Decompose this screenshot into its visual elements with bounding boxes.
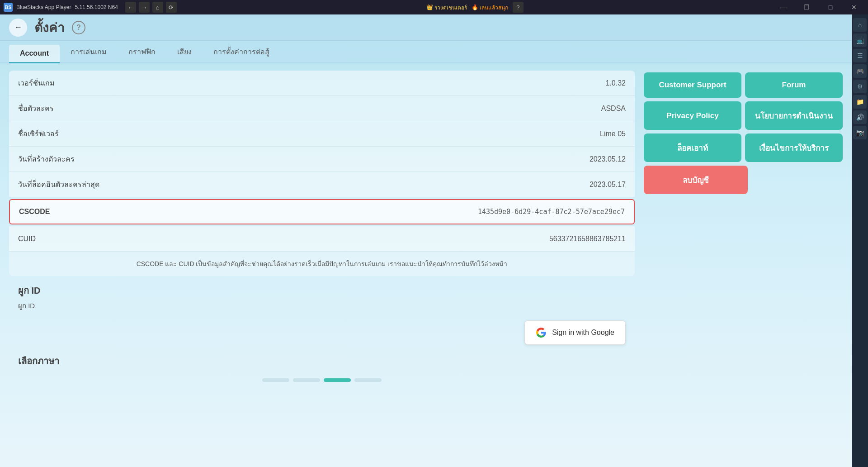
terms-of-service-button[interactable]: เงื่อนไขการให้บริการ <box>745 133 843 162</box>
row-char-name: ชื่อตัวละคร ASDSA <box>9 96 635 121</box>
link-section: ผูก ID ผูก ID Sign in with Google <box>9 276 635 348</box>
fire-icon: 🔥 <box>472 4 478 10</box>
maximize-btn[interactable]: □ <box>820 0 841 14</box>
customer-support-button[interactable]: Customer Support <box>644 72 741 98</box>
row-cscode: CSCODE 1435d9e0-6d29-4caf-87c2-57e7ace29… <box>9 199 635 224</box>
value-game-version: 1.0.32 <box>606 79 626 87</box>
sidebar-icon-folder[interactable]: 📁 <box>853 95 867 109</box>
top-nav: ← ตั้งค่า ? <box>0 14 852 41</box>
nav-controls: ← → ⌂ ⟳ <box>125 2 177 13</box>
tab-advanced[interactable]: การตั้งค่าการต่อสู้ <box>203 42 280 63</box>
btn-row-1: Customer Support Forum <box>644 72 843 98</box>
label-game-version: เวอร์ชั่นเกม <box>18 77 55 89</box>
business-policy-button[interactable]: นโยบายการดำเนินงาน <box>745 101 843 130</box>
button-panel: Customer Support Forum Privacy Policy นโ… <box>644 71 843 411</box>
label-server-name: ชื่อเซิร์ฟเวอร์ <box>18 128 59 139</box>
info-panel: เวอร์ชั่นเกม 1.0.32 ชื่อตัวละคร ASDSA ชื… <box>9 71 635 411</box>
crown-icon: 👑 <box>426 4 433 10</box>
nav-home-btn[interactable]: ⌂ <box>152 2 163 13</box>
delete-account-button[interactable]: ลบบัญชี <box>644 166 748 194</box>
btn-row-2: Privacy Policy นโยบายการดำเนินงาน <box>644 101 843 130</box>
close-btn[interactable]: ✕ <box>844 0 864 14</box>
row-last-login: วันที่ล็อคอินตัวละครล่าสุด 2023.05.17 <box>9 172 635 197</box>
row-cuid: CUID 5633721658863785211 <box>9 226 635 252</box>
value-cscode: 1435d9e0-6d29-4caf-87c2-57e7ace29ec7 <box>478 208 625 216</box>
window-controls: — ❐ □ ✕ <box>773 0 864 14</box>
tab-account[interactable]: Account <box>9 45 60 63</box>
app-logo: BS <box>4 3 13 12</box>
value-server-name: Lime 05 <box>600 130 626 138</box>
app-version: 5.11.56.1002 N64 <box>75 4 118 10</box>
google-signin-button[interactable]: Sign in with Google <box>524 320 626 345</box>
page-title: ตั้งค่า <box>34 18 65 38</box>
help-button[interactable]: ? <box>72 21 85 34</box>
tab-gameplay[interactable]: การเล่นเกม <box>60 42 118 63</box>
back-button[interactable]: ← <box>9 19 27 37</box>
nav-back-btn[interactable]: ← <box>125 2 136 13</box>
badge-orange: 🔥 เล่นแล้วสนุก <box>472 3 508 12</box>
btn-row-3: ล็อคเอาท์ เงื่อนไขการให้บริการ <box>644 133 843 162</box>
sidebar-icon-camera[interactable]: 📷 <box>853 126 867 139</box>
logout-button[interactable]: ล็อคเอาท์ <box>644 133 741 162</box>
google-signin-text: Sign in with Google <box>552 329 614 337</box>
title-bar-left: BS BlueStacks App Player 5.11.56.1002 N6… <box>4 2 177 13</box>
label-char-name: ชื่อตัวละคร <box>18 103 54 114</box>
tab-graphics[interactable]: กราฟฟิก <box>118 42 166 63</box>
nav-forward-btn[interactable]: → <box>139 2 150 13</box>
sidebar-icon-settings[interactable]: ⚙ <box>853 80 867 93</box>
tab-navigation: Account การเล่นเกม กราฟฟิก เสียง การตั้ง… <box>0 41 852 63</box>
google-logo-icon <box>536 327 547 338</box>
badge-gold: 👑 รวงดเชนเตอร์ <box>426 3 467 12</box>
page-dots <box>9 375 635 386</box>
value-last-login: 2023.05.17 <box>590 181 626 189</box>
page-dot-1 <box>262 378 289 382</box>
help-icon-btn[interactable]: ? <box>513 2 524 13</box>
sidebar-icon-display[interactable]: 📺 <box>853 33 867 47</box>
btn-row-4: ลบบัญชี <box>644 166 843 194</box>
restore-btn[interactable]: ❐ <box>797 0 817 14</box>
page-dot-4 <box>354 378 382 382</box>
sidebar-icon-sound[interactable]: 🔊 <box>853 110 867 124</box>
value-char-name: ASDSA <box>601 105 626 113</box>
page-dot-2 <box>293 378 320 382</box>
label-create-date: วันที่สร้างตัวละคร <box>18 153 75 165</box>
right-sidebar: ⌂ 📺 ☰ 🎮 ⚙ 📁 🔊 📷 <box>852 14 868 467</box>
sidebar-icon-gamepad[interactable]: 🎮 <box>853 64 867 78</box>
link-subtitle: ผูก ID <box>18 300 626 311</box>
row-server-name: ชื่อเซิร์ฟเวอร์ Lime 05 <box>9 121 635 147</box>
label-last-login: วันที่ล็อคอินตัวละครล่าสุด <box>18 179 99 190</box>
label-cscode: CSCODE <box>19 208 50 216</box>
info-note: CSCODE และ CUID เป็นข้อมูลสำคัญที่จะช่วย… <box>9 252 635 276</box>
forum-button[interactable]: Forum <box>745 72 843 98</box>
language-section-title: เลือกภาษา <box>18 354 626 368</box>
scrollable-content: เวอร์ชั่นเกม 1.0.32 ชื่อตัวละคร ASDSA ชื… <box>0 63 852 467</box>
sidebar-icon-home[interactable]: ⌂ <box>853 18 867 32</box>
title-bar-badges: 👑 รวงดเชนเตอร์ 🔥 เล่นแล้วสนุก ? <box>426 2 524 13</box>
title-bar: BS BlueStacks App Player 5.11.56.1002 N6… <box>0 0 868 14</box>
row-create-date: วันที่สร้างตัวละคร 2023.05.12 <box>9 147 635 172</box>
minimize-btn[interactable]: — <box>773 0 794 14</box>
value-create-date: 2023.05.12 <box>590 155 626 163</box>
app-area: ← ตั้งค่า ? Account การเล่นเกม กราฟฟิก เ… <box>0 14 852 467</box>
page-dot-3 <box>324 378 351 382</box>
label-cuid: CUID <box>18 235 36 243</box>
link-title: ผูก ID <box>18 283 626 298</box>
sidebar-icon-list[interactable]: ☰ <box>853 49 867 62</box>
tab-sound[interactable]: เสียง <box>166 42 203 63</box>
content-area: เวอร์ชั่นเกม 1.0.32 ชื่อตัวละคร ASDSA ชื… <box>0 63 852 418</box>
privacy-policy-button[interactable]: Privacy Policy <box>644 101 741 130</box>
row-game-version: เวอร์ชั่นเกม 1.0.32 <box>9 71 635 96</box>
value-cuid: 5633721658863785211 <box>549 235 626 243</box>
app-name: BlueStacks App Player <box>16 4 71 10</box>
nav-reload-btn[interactable]: ⟳ <box>166 2 177 13</box>
